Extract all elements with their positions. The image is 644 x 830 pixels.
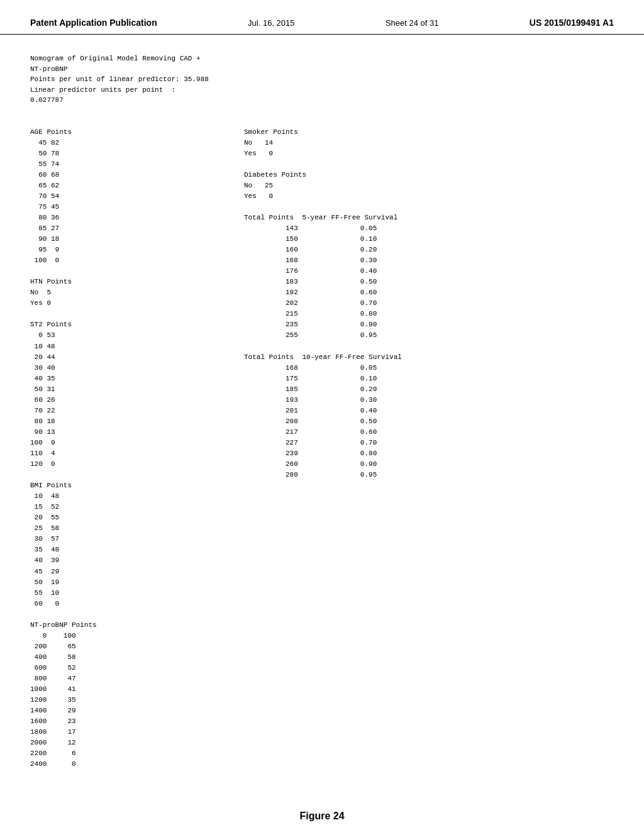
header-date: Jul. 16, 2015: [248, 18, 294, 28]
figure-caption: Figure 24: [30, 811, 614, 822]
smoker-section: Smoker Points No 14 Yes 0 Diabetes Point…: [244, 127, 614, 481]
content: Nomogram of Original Model Removing CAD …: [0, 35, 644, 830]
nomogram-title: Nomogram of Original Model Removing CAD …: [30, 53, 614, 106]
header-sheet: Sheet 24 of 31: [386, 18, 439, 28]
main-body: AGE Points 45 82 50 78 55 74 60 68 65 62…: [30, 106, 614, 792]
age-section: AGE Points 45 82 50 78 55 74 60 68 65 62…: [30, 127, 244, 770]
left-column: AGE Points 45 82 50 78 55 74 60 68 65 62…: [30, 106, 244, 792]
header-publication: Patent Application Publication: [30, 18, 157, 28]
header: Patent Application Publication Jul. 16, …: [0, 0, 644, 35]
page: Patent Application Publication Jul. 16, …: [0, 0, 644, 830]
right-column: Smoker Points No 14 Yes 0 Diabetes Point…: [244, 106, 614, 792]
header-patent: US 2015/0199491 A1: [530, 18, 614, 28]
